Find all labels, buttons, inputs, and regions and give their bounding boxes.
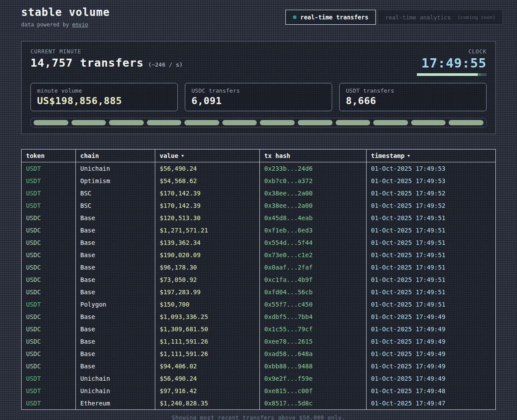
cell-tx-hash[interactable]: 0x45d8...4eab: [260, 212, 367, 224]
cell-tx-hash[interactable]: 0x38ee...2a00: [260, 187, 367, 199]
cell-token: USDC: [22, 323, 76, 335]
transfer-counter: CURRENT MINUTE 14,757 transfers (~246 / …: [30, 49, 183, 69]
progress-segment: [109, 120, 144, 125]
minute-progress-bar: [30, 118, 487, 128]
cell-chain: Polygon: [76, 298, 155, 311]
envio-link[interactable]: envio: [72, 22, 88, 28]
table-row[interactable]: USDT Ethereum $1,240,828.35 0x8517...5d8…: [22, 397, 495, 409]
cell-token: USDT: [22, 385, 76, 397]
transfer-rate: (~246 / s): [148, 61, 183, 68]
cell-tx-hash[interactable]: 0x233b...24d6: [260, 162, 367, 175]
table-row[interactable]: USDC Base $1,309,681.50 0x1c55...79cf 01…: [22, 323, 495, 335]
table-row[interactable]: USDC Base $120,513.30 0x45d8...4eab 01-O…: [22, 212, 495, 224]
cell-chain: Base: [76, 286, 155, 298]
cell-value: $96,178.30: [155, 261, 260, 274]
cell-tx-hash[interactable]: 0x0aaf...2faf: [260, 261, 367, 274]
cell-timestamp: 01-Oct-2025 17:49:49: [367, 348, 495, 360]
column-label: timestamp: [371, 152, 405, 159]
cell-token: USDT: [22, 199, 76, 212]
cell-tx-hash[interactable]: 0xfd04...56cb: [260, 286, 367, 298]
stat-value: 8,666: [346, 95, 480, 106]
cell-chain: Base: [76, 249, 155, 261]
cell-chain: Base: [76, 236, 155, 249]
cell-timestamp: 01-Oct-2025 17:49:47: [367, 397, 495, 409]
column-header-token[interactable]: token: [22, 150, 76, 162]
cell-tx-hash[interactable]: 0xad58...648a: [260, 348, 367, 360]
table-row[interactable]: USDT Polygon $150,700 0x55f7...c450 01-O…: [22, 298, 495, 311]
cell-tx-hash[interactable]: 0x55f7...c450: [260, 298, 367, 311]
table-row[interactable]: USDT Unichain $56,490.24 0x233b...24d6 0…: [22, 162, 495, 175]
column-label: chain: [80, 152, 99, 159]
progress-segment: [222, 120, 257, 125]
tab-real-time-transfers[interactable]: real-time transfers: [285, 10, 376, 25]
cell-token: USDC: [22, 261, 76, 274]
table-row[interactable]: USDC Base $197,283.99 0xfd04...56cb 01-O…: [22, 286, 495, 298]
transfer-count-unit: transfers: [80, 56, 143, 69]
cell-chain: Base: [76, 323, 155, 335]
cell-tx-hash[interactable]: 0xbb88...9488: [260, 360, 367, 372]
column-header-chain[interactable]: chain: [76, 150, 155, 162]
cell-chain: Base: [76, 348, 155, 360]
cell-token: USDT: [22, 187, 76, 199]
cell-timestamp: 01-Oct-2025 17:49:52: [367, 199, 495, 212]
table-row[interactable]: USDC Base $73,050.92 0xc1fa...4b9f 01-Oc…: [22, 274, 495, 286]
table-row[interactable]: USDC Base $1,093,336.25 0xdbf5...7bb4 01…: [22, 311, 495, 323]
cell-tx-hash[interactable]: 0xee78...2615: [260, 335, 367, 348]
cell-tx-hash[interactable]: 0x73e0...c1e2: [260, 249, 367, 261]
cell-timestamp: 01-Oct-2025 17:49:49: [367, 311, 495, 323]
tab-real-time-analytics[interactable]: real-time analytics (coming soon): [378, 10, 503, 25]
cell-chain: Unichain: [76, 372, 155, 385]
cell-token: USDC: [22, 335, 76, 348]
cell-token: USDT: [22, 397, 76, 409]
clock-seconds-bar: [417, 73, 487, 76]
cell-tx-hash[interactable]: 0xdbf5...7bb4: [260, 311, 367, 323]
table-row[interactable]: USDC Base $1,111,591.26 0xee78...2615 01…: [22, 335, 495, 348]
table-row[interactable]: USDC Base $1,111,591.26 0xad58...648a 01…: [22, 348, 495, 360]
table-row[interactable]: USDT BSC $170,142.39 0x38ee...2a00 01-Oc…: [22, 199, 495, 212]
table-row[interactable]: USDT BSC $170,142.39 0x38ee...2a00 01-Oc…: [22, 187, 495, 199]
table-row[interactable]: USDC Base $96,178.30 0x0aaf...2faf 01-Oc…: [22, 261, 495, 274]
column-header-value[interactable]: value▼: [155, 150, 260, 162]
cell-tx-hash[interactable]: 0x1c55...79cf: [260, 323, 367, 335]
stat-usdc-transfers: USDC transfers 6,091: [185, 83, 332, 111]
table-row[interactable]: USDT Unichain $97,916.42 0xe815...c00f 0…: [22, 385, 495, 397]
cell-value: $1,111,591.26: [155, 335, 260, 348]
cell-tx-hash[interactable]: 0xf1eb...6ed3: [260, 224, 367, 236]
cell-tx-hash[interactable]: 0x9e2f...f59e: [260, 372, 367, 385]
table-row[interactable]: USDC Base $1,271,571.21 0xf1eb...6ed3 01…: [22, 224, 495, 236]
cell-value: $1,111,591.26: [155, 348, 260, 360]
clock-label: CLOCK: [417, 49, 487, 55]
table-row[interactable]: USDC Base $190,020.09 0x73e0...c1e2 01-O…: [22, 249, 495, 261]
current-minute-panel: CURRENT MINUTE 14,757 transfers (~246 / …: [21, 41, 496, 134]
stat-label: minute volume: [37, 87, 171, 94]
cell-chain: Base: [76, 311, 155, 323]
cell-token: USDC: [22, 360, 76, 372]
column-label: value: [160, 152, 178, 159]
cell-value: $120,513.30: [155, 212, 260, 224]
cell-value: $190,020.09: [155, 249, 260, 261]
table-row[interactable]: USDT Optimism $54,568.62 0xb7c0...a372 0…: [22, 175, 495, 187]
cell-value: $150,700: [155, 298, 260, 311]
cell-tx-hash[interactable]: 0xe815...c00f: [260, 385, 367, 397]
cell-timestamp: 01-Oct-2025 17:49:49: [367, 323, 495, 335]
table-row[interactable]: USDC Base $94,406.02 0xbb88...9488 01-Oc…: [22, 360, 495, 372]
table-row[interactable]: USDC Base $139,362.34 0x554d...5f44 01-O…: [22, 236, 495, 249]
tab-bar: real-time transfers real-time analytics …: [285, 10, 503, 25]
table-row[interactable]: USDT Unichain $56,490.24 0x9e2f...f59e 0…: [22, 372, 495, 385]
cell-chain: Base: [76, 274, 155, 286]
cell-tx-hash[interactable]: 0x554d...5f44: [260, 236, 367, 249]
cell-token: USDC: [22, 212, 76, 224]
powered-by: data powered by envio: [21, 22, 110, 28]
column-label: tx hash: [264, 152, 290, 159]
transfer-count-number: 14,757: [30, 56, 73, 69]
stat-minute-volume: minute volume US$198,856,885: [30, 83, 178, 111]
cell-tx-hash[interactable]: 0xc1fa...4b9f: [260, 274, 367, 286]
cell-timestamp: 01-Oct-2025 17:49:51: [367, 224, 495, 236]
cell-tx-hash[interactable]: 0x38ee...2a00: [260, 199, 367, 212]
cell-tx-hash[interactable]: 0xb7c0...a372: [260, 175, 367, 187]
column-header-tx-hash[interactable]: tx hash: [260, 150, 367, 162]
column-header-timestamp[interactable]: timestamp▼: [367, 150, 495, 162]
clock: CLOCK 17:49:55: [417, 49, 487, 76]
cell-tx-hash[interactable]: 0x8517...5d8c: [260, 397, 367, 409]
progress-segment: [34, 120, 68, 125]
